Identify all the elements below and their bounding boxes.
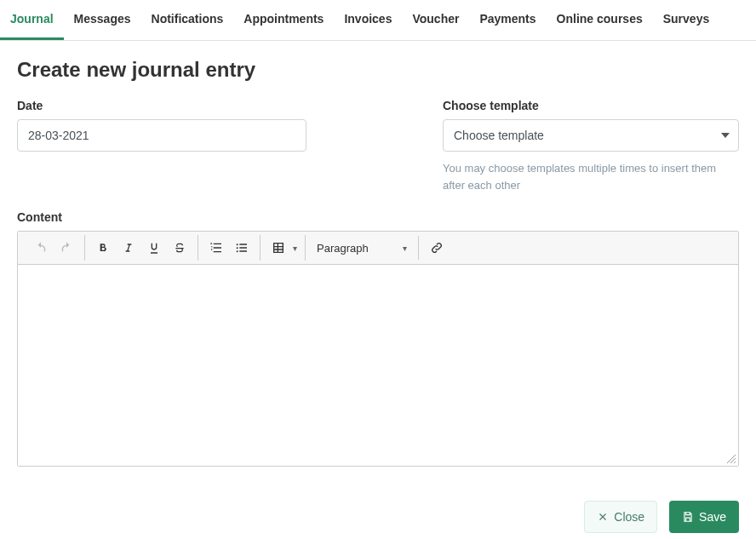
- main-content: Create new journal entry Date Choose tem…: [0, 41, 756, 484]
- tab-notifications[interactable]: Notifications: [141, 0, 234, 40]
- date-input[interactable]: [17, 119, 306, 152]
- bullet-list-icon: [235, 241, 249, 255]
- redo-icon: [60, 241, 73, 255]
- content-label: Content: [17, 210, 62, 224]
- editor-textarea[interactable]: [18, 265, 738, 466]
- numbered-list-icon: [209, 241, 223, 255]
- save-icon: [682, 511, 694, 523]
- close-icon: [597, 511, 609, 523]
- date-label: Date: [17, 99, 306, 112]
- numbered-list-button[interactable]: [203, 235, 229, 261]
- bold-icon: [96, 241, 110, 255]
- template-help-text: You may choose templates multiple times …: [443, 160, 739, 193]
- save-button[interactable]: Save: [669, 501, 739, 533]
- undo-button[interactable]: [28, 235, 54, 261]
- form-row: Date Choose template Choose template You…: [17, 99, 739, 193]
- tab-journal[interactable]: Journal: [0, 0, 64, 40]
- tab-messages[interactable]: Messages: [64, 0, 141, 40]
- list-group: [198, 235, 261, 261]
- italic-button[interactable]: [116, 235, 141, 261]
- redo-button[interactable]: [54, 235, 79, 261]
- resize-handle-icon[interactable]: [726, 454, 736, 464]
- paragraph-group: Paragraph ▾: [306, 236, 419, 260]
- date-group: Date: [17, 99, 306, 193]
- tab-invoices[interactable]: Invoices: [334, 0, 402, 40]
- paragraph-select-label: Paragraph: [317, 242, 369, 255]
- table-icon: [272, 241, 285, 255]
- tab-appointments[interactable]: Appointments: [233, 0, 334, 40]
- tab-surveys[interactable]: Surveys: [653, 0, 719, 40]
- underline-button[interactable]: [141, 235, 167, 261]
- link-icon: [430, 241, 444, 255]
- close-button-label: Close: [614, 510, 644, 524]
- template-group: Choose template Choose template You may …: [443, 99, 739, 193]
- rich-text-editor: ▾ Paragraph ▾: [17, 231, 739, 467]
- close-button[interactable]: Close: [584, 501, 657, 533]
- chevron-down-icon: ▾: [403, 244, 407, 253]
- undo-icon: [34, 241, 48, 255]
- save-button-label: Save: [699, 510, 726, 524]
- template-label: Choose template: [443, 99, 739, 112]
- underline-icon: [147, 241, 161, 255]
- table-button[interactable]: [266, 235, 291, 261]
- bullet-list-button[interactable]: [229, 235, 255, 261]
- editor-toolbar: ▾ Paragraph ▾: [18, 232, 738, 265]
- italic-icon: [122, 241, 135, 255]
- link-button[interactable]: [424, 235, 450, 261]
- paragraph-select[interactable]: Paragraph ▾: [311, 236, 413, 260]
- tab-bar: Journal Messages Notifications Appointme…: [0, 0, 756, 41]
- chevron-down-icon[interactable]: ▾: [289, 244, 300, 253]
- bold-button[interactable]: [90, 235, 116, 261]
- page-title: Create new journal entry: [17, 58, 739, 82]
- tab-payments[interactable]: Payments: [469, 0, 546, 40]
- table-group: ▾: [261, 235, 306, 261]
- link-group: [419, 235, 455, 261]
- tab-voucher[interactable]: Voucher: [402, 0, 469, 40]
- format-group: [85, 235, 198, 261]
- tab-online-courses[interactable]: Online courses: [547, 0, 653, 40]
- strikethrough-icon: [173, 241, 186, 255]
- template-select[interactable]: Choose template: [443, 119, 739, 152]
- strikethrough-button[interactable]: [167, 235, 192, 261]
- footer-actions: Close Save: [0, 484, 756, 539]
- content-section: Content: [17, 210, 739, 467]
- history-group: [23, 235, 85, 261]
